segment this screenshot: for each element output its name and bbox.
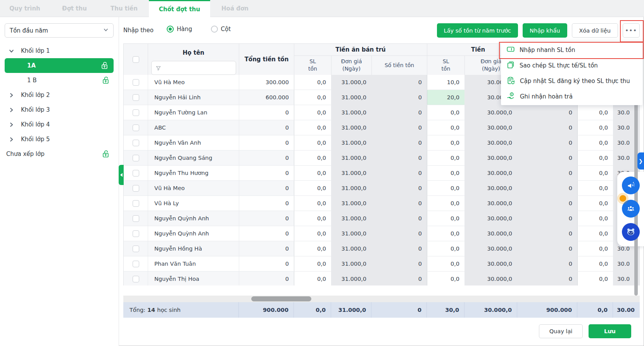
community-button[interactable] <box>622 200 640 218</box>
value-cell[interactable]: 0,0 <box>427 120 464 135</box>
sidebar-item-khối-lớp-2[interactable]: Khối lớp 2 <box>0 88 119 102</box>
value-cell[interactable]: 0 <box>239 196 294 211</box>
value-cell[interactable]: 0,0 <box>577 226 613 241</box>
value-cell[interactable]: 0,0 <box>577 256 613 271</box>
name-filter-input[interactable] <box>151 61 236 75</box>
value-cell[interactable]: 0,0 <box>294 166 331 180</box>
chevron-right-icon[interactable] <box>9 137 15 142</box>
value-cell[interactable]: 0,0 <box>577 166 613 180</box>
value-cell[interactable]: 0,0 <box>427 211 464 226</box>
horizontal-scrollbar[interactable] <box>123 296 640 302</box>
chevron-right-icon[interactable] <box>9 92 15 98</box>
value-cell[interactable]: 0 <box>239 105 294 120</box>
value-cell[interactable]: 0,0 <box>294 151 331 165</box>
value-cell[interactable]: 0,0 <box>294 105 331 120</box>
widget-expand-tab[interactable]: ❯ <box>637 152 644 170</box>
value-cell[interactable]: 300.000 <box>239 75 294 90</box>
value-cell[interactable]: 0,0 <box>294 241 331 256</box>
tab-3[interactable]: Thu tiền <box>99 0 149 17</box>
value-cell[interactable]: 0,0 <box>427 226 464 241</box>
value-cell[interactable]: 0,0 <box>294 135 331 150</box>
radio-cột[interactable]: Cột <box>211 26 231 33</box>
row-checkbox[interactable] <box>133 155 139 161</box>
value-cell[interactable]: 0,0 <box>294 75 331 90</box>
value-cell[interactable]: 0,0 <box>294 196 331 211</box>
value-cell[interactable]: 0 <box>239 226 294 241</box>
assistant-mascot-button[interactable] <box>622 223 640 241</box>
value-cell[interactable]: 0,0 <box>577 211 613 226</box>
radio-hàng[interactable]: Hàng <box>167 26 192 33</box>
value-cell[interactable]: 0,0 <box>427 241 464 256</box>
value-cell[interactable]: 0 <box>239 120 294 135</box>
value-cell[interactable]: 0,0 <box>294 226 331 241</box>
sidebar-item-khối-lớp-3[interactable]: Khối lớp 3 <box>0 102 119 117</box>
chevron-right-icon[interactable] <box>9 122 15 128</box>
tab-2[interactable]: Đợt thu <box>50 0 99 17</box>
menu-item-1[interactable]: Nhập nhanh SL tồn <box>501 42 642 58</box>
value-cell[interactable]: 0,0 <box>427 272 464 285</box>
value-cell[interactable]: 0,0 <box>427 166 464 180</box>
select-all-checkbox[interactable] <box>133 56 139 63</box>
tab-5[interactable]: Hoá đơn <box>210 0 260 17</box>
value-cell[interactable]: 20,0 <box>427 90 464 105</box>
value-cell[interactable]: 0,0 <box>294 120 331 135</box>
value-cell[interactable]: 0,0 <box>427 151 464 165</box>
value-cell[interactable]: 0,0 <box>294 256 331 271</box>
value-cell[interactable]: 0,0 <box>294 90 331 105</box>
row-checkbox[interactable] <box>133 170 139 176</box>
back-button[interactable]: Quay lại <box>539 324 583 338</box>
horizontal-scrollbar-thumb[interactable] <box>251 296 311 301</box>
value-cell[interactable]: 0,0 <box>577 181 613 195</box>
sidebar-item-chưa-xếp-lớp[interactable]: Chưa xếp lớp <box>0 147 119 161</box>
more-actions-button[interactable]: ••• <box>623 23 640 38</box>
value-cell[interactable]: 0 <box>239 241 294 256</box>
value-cell[interactable]: 0,0 <box>577 241 613 256</box>
scope-select[interactable]: Tồn đầu năm <box>5 23 114 38</box>
value-cell[interactable]: 0 <box>239 211 294 226</box>
menu-item-3[interactable]: Cập nhật SL đăng ký theo SL thực thu <box>501 73 642 89</box>
menu-item-2[interactable]: Sao chép SL thực tế/SL tồn <box>501 58 642 73</box>
announcement-button[interactable] <box>622 176 640 194</box>
menu-item-4[interactable]: $Ghi nhận hoàn trả <box>501 89 642 104</box>
value-cell[interactable]: 0 <box>239 256 294 271</box>
value-cell[interactable]: 0,0 <box>427 181 464 195</box>
sidebar-collapse-handle[interactable] <box>119 165 124 185</box>
value-cell[interactable]: 0,0 <box>427 105 464 120</box>
value-cell[interactable]: 0,0 <box>577 196 613 211</box>
row-checkbox[interactable] <box>133 215 139 222</box>
value-cell[interactable]: 0 <box>239 151 294 165</box>
value-cell[interactable]: 600.000 <box>239 90 294 105</box>
value-cell[interactable]: 0 <box>239 181 294 195</box>
tab-1[interactable]: Quy trình <box>0 0 50 17</box>
value-cell[interactable]: 0,0 <box>294 211 331 226</box>
value-cell[interactable]: 0,0 <box>577 135 613 150</box>
row-checkbox[interactable] <box>133 140 139 146</box>
clear-data-button[interactable]: Xóa dữ liệu <box>572 23 618 38</box>
value-cell[interactable]: 0,0 <box>577 120 613 135</box>
row-checkbox[interactable] <box>133 94 139 101</box>
get-previous-balance-button[interactable]: Lấy số tồn từ năm trước <box>437 23 518 38</box>
sidebar-item-khối-lớp-5[interactable]: Khối lớp 5 <box>0 132 119 147</box>
row-checkbox[interactable] <box>133 185 139 192</box>
row-checkbox[interactable] <box>133 261 139 267</box>
value-cell[interactable]: 0,0 <box>577 151 613 165</box>
row-checkbox[interactable] <box>133 79 139 86</box>
value-cell[interactable]: 0,0 <box>577 272 613 285</box>
value-cell[interactable]: 0 <box>239 166 294 180</box>
row-checkbox[interactable] <box>133 230 139 237</box>
tab-4[interactable]: Chốt đợt thu <box>149 0 210 17</box>
value-cell[interactable]: 0,0 <box>427 196 464 211</box>
value-cell[interactable]: 0,0 <box>427 256 464 271</box>
chevron-right-icon[interactable] <box>9 107 15 113</box>
value-cell[interactable]: 0 <box>239 272 294 285</box>
value-cell[interactable]: 10,0 <box>427 75 464 90</box>
row-checkbox[interactable] <box>133 109 139 116</box>
value-cell[interactable]: 0,0 <box>294 272 331 285</box>
value-cell[interactable]: 0,0 <box>427 135 464 150</box>
save-button[interactable]: Lưu <box>589 324 631 338</box>
row-checkbox[interactable] <box>133 276 139 282</box>
row-checkbox[interactable] <box>133 125 139 131</box>
row-checkbox[interactable] <box>133 200 139 207</box>
sidebar-item-1-b[interactable]: 1 B <box>0 73 119 88</box>
value-cell[interactable]: 0 <box>239 135 294 150</box>
